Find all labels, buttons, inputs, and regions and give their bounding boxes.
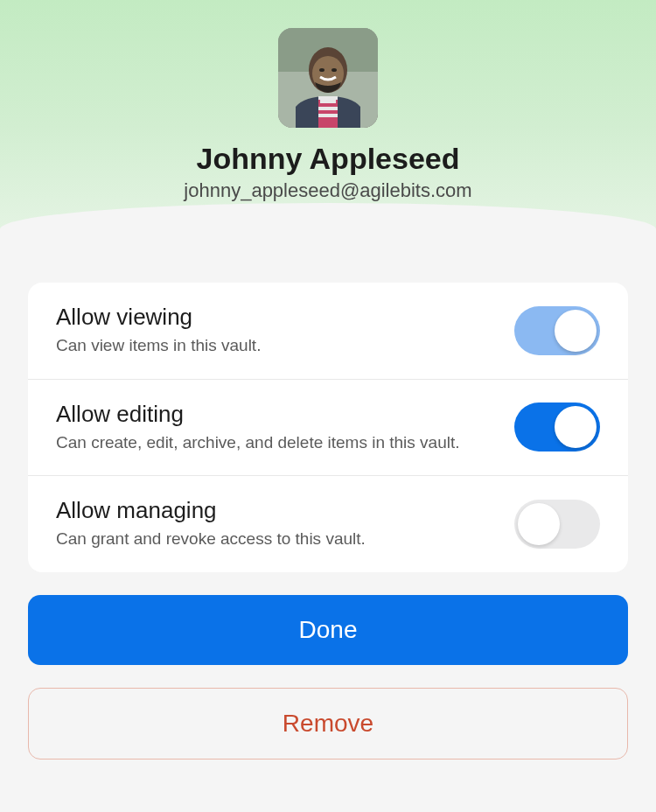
toggle-knob bbox=[555, 310, 597, 352]
content-area: Allow viewing Can view items in this vau… bbox=[0, 255, 656, 788]
svg-rect-12 bbox=[318, 114, 338, 117]
permission-viewing: Allow viewing Can view items in this vau… bbox=[28, 283, 628, 380]
permissions-card: Allow viewing Can view items in this vau… bbox=[28, 283, 628, 572]
permission-title: Allow managing bbox=[56, 497, 497, 524]
permission-description: Can create, edit, archive, and delete it… bbox=[56, 431, 497, 455]
user-header: Johnny Appleseed johnny_appleseed@agileb… bbox=[0, 0, 656, 255]
svg-rect-10 bbox=[318, 107, 338, 110]
svg-point-5 bbox=[331, 68, 337, 72]
toggle-managing[interactable] bbox=[514, 500, 600, 549]
permission-editing: Allow editing Can create, edit, archive,… bbox=[28, 380, 628, 477]
svg-rect-13 bbox=[320, 117, 336, 121]
permission-managing: Allow managing Can grant and revoke acce… bbox=[28, 476, 628, 572]
toggle-knob bbox=[555, 406, 597, 448]
toggle-editing[interactable] bbox=[514, 402, 600, 452]
svg-rect-9 bbox=[322, 103, 334, 107]
permission-description: Can grant and revoke access to this vaul… bbox=[56, 528, 497, 551]
svg-point-4 bbox=[319, 68, 325, 72]
svg-rect-8 bbox=[320, 100, 336, 103]
permission-text: Allow viewing Can view items in this vau… bbox=[56, 304, 514, 358]
toggle-viewing[interactable] bbox=[514, 306, 600, 355]
svg-rect-11 bbox=[320, 110, 336, 114]
done-button[interactable]: Done bbox=[28, 595, 628, 665]
user-email: johnny_appleseed@agilebits.com bbox=[0, 179, 656, 202]
permission-title: Allow editing bbox=[56, 401, 497, 428]
svg-rect-7 bbox=[318, 96, 338, 100]
user-name: Johnny Appleseed bbox=[0, 142, 656, 176]
permission-text: Allow editing Can create, edit, archive,… bbox=[56, 401, 514, 455]
avatar bbox=[278, 28, 378, 128]
permission-text: Allow managing Can grant and revoke acce… bbox=[56, 497, 514, 551]
permission-description: Can view items in this vault. bbox=[56, 334, 497, 358]
toggle-knob bbox=[518, 503, 560, 545]
permission-title: Allow viewing bbox=[56, 304, 497, 331]
remove-button[interactable]: Remove bbox=[28, 688, 628, 760]
